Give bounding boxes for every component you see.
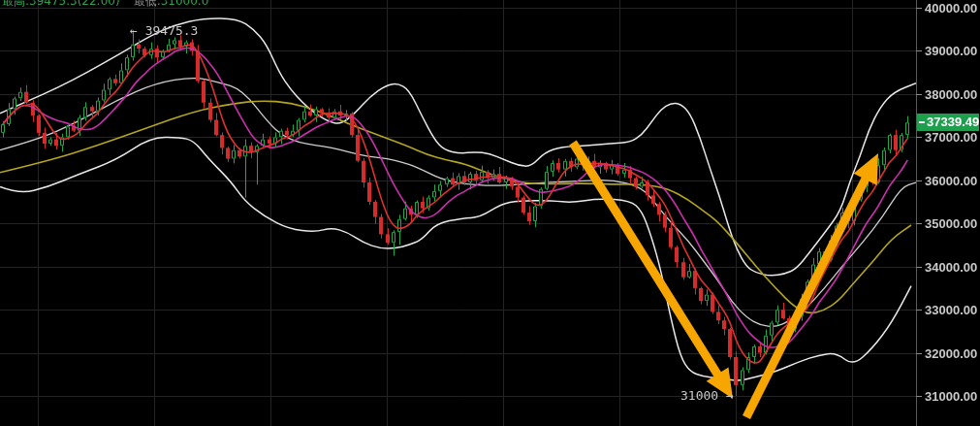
candlestick-chart[interactable] — [0, 0, 980, 426]
low-info-value: 31000.0 — [161, 0, 209, 8]
last-price-label: 37339.49 — [917, 114, 979, 131]
trading-chart-panel: 最高:39475.3(22:00)最低:31000.0 ← 39475.3 31… — [0, 0, 980, 426]
high-info-text: 最高:39475.3(22:00) — [2, 0, 120, 8]
ohlc-info-bar: 最高:39475.3(22:00)最低:31000.0 — [2, 0, 208, 10]
low-info-label: 最低: — [134, 0, 161, 8]
low-price-annotation: 31000 → — [680, 388, 734, 403]
high-price-annotation: ← 39475.3 — [130, 23, 198, 38]
